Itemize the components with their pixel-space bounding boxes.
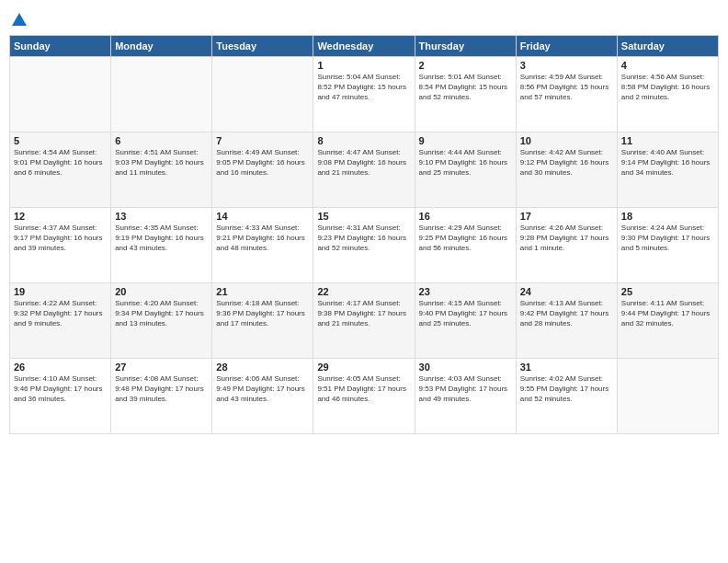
day-number: 28: [216, 362, 309, 373]
day-info: Sunrise: 5:01 AM Sunset: 8:54 PM Dayligh…: [419, 72, 512, 103]
day-cell: 27Sunrise: 4:08 AM Sunset: 9:48 PM Dayli…: [111, 358, 212, 433]
day-cell: 29Sunrise: 4:05 AM Sunset: 9:51 PM Dayli…: [313, 358, 415, 433]
day-number: 16: [419, 211, 512, 222]
day-number: 3: [520, 60, 613, 71]
day-info: Sunrise: 4:56 AM Sunset: 8:58 PM Dayligh…: [621, 72, 714, 103]
day-cell: 10Sunrise: 4:42 AM Sunset: 9:12 PM Dayli…: [516, 132, 617, 207]
col-tuesday: Tuesday: [212, 35, 313, 56]
day-cell: 14Sunrise: 4:33 AM Sunset: 9:21 PM Dayli…: [212, 207, 313, 282]
day-cell: 20Sunrise: 4:20 AM Sunset: 9:34 PM Dayli…: [111, 282, 212, 358]
day-info: Sunrise: 4:44 AM Sunset: 9:10 PM Dayligh…: [419, 147, 512, 178]
day-info: Sunrise: 4:29 AM Sunset: 9:25 PM Dayligh…: [419, 223, 512, 254]
day-info: Sunrise: 4:49 AM Sunset: 9:05 PM Dayligh…: [216, 147, 309, 178]
col-friday: Friday: [516, 35, 617, 56]
logo-general-text: [9, 9, 28, 29]
day-cell: 13Sunrise: 4:35 AM Sunset: 9:19 PM Dayli…: [111, 207, 212, 282]
day-number: 11: [621, 135, 714, 146]
day-cell: 1Sunrise: 5:04 AM Sunset: 8:52 PM Daylig…: [313, 56, 415, 132]
day-cell: [212, 56, 313, 132]
logo-icon: [10, 11, 28, 29]
day-cell: 22Sunrise: 4:17 AM Sunset: 9:38 PM Dayli…: [313, 282, 415, 358]
day-number: 21: [216, 286, 309, 297]
day-number: 20: [115, 286, 208, 297]
day-cell: 21Sunrise: 4:18 AM Sunset: 9:36 PM Dayli…: [212, 282, 313, 358]
day-info: Sunrise: 4:06 AM Sunset: 9:49 PM Dayligh…: [216, 373, 309, 405]
day-number: 27: [115, 362, 208, 373]
day-cell: 17Sunrise: 4:26 AM Sunset: 9:28 PM Dayli…: [516, 207, 617, 282]
day-cell: 12Sunrise: 4:37 AM Sunset: 9:17 PM Dayli…: [10, 207, 111, 282]
week-row-2: 5Sunrise: 4:54 AM Sunset: 9:01 PM Daylig…: [10, 132, 719, 207]
day-cell: 19Sunrise: 4:22 AM Sunset: 9:32 PM Dayli…: [10, 282, 111, 358]
day-number: 29: [317, 362, 410, 373]
day-cell: 24Sunrise: 4:13 AM Sunset: 9:42 PM Dayli…: [516, 282, 617, 358]
day-number: 30: [419, 362, 512, 373]
day-cell: [10, 56, 111, 132]
day-number: 8: [317, 135, 410, 146]
day-info: Sunrise: 4:26 AM Sunset: 9:28 PM Dayligh…: [520, 223, 613, 254]
day-info: Sunrise: 4:08 AM Sunset: 9:48 PM Dayligh…: [115, 373, 208, 405]
calendar-header-row: Sunday Monday Tuesday Wednesday Thursday…: [10, 35, 719, 56]
day-cell: 31Sunrise: 4:02 AM Sunset: 9:55 PM Dayli…: [516, 358, 617, 433]
day-info: Sunrise: 4:15 AM Sunset: 9:40 PM Dayligh…: [419, 298, 512, 329]
day-cell: 2Sunrise: 5:01 AM Sunset: 8:54 PM Daylig…: [415, 56, 516, 132]
week-row-3: 12Sunrise: 4:37 AM Sunset: 9:17 PM Dayli…: [10, 207, 719, 282]
day-number: 5: [14, 135, 107, 146]
day-number: 6: [115, 135, 208, 146]
week-row-4: 19Sunrise: 4:22 AM Sunset: 9:32 PM Dayli…: [10, 282, 719, 358]
day-cell: [111, 56, 212, 132]
day-number: 12: [14, 211, 107, 222]
day-cell: 28Sunrise: 4:06 AM Sunset: 9:49 PM Dayli…: [212, 358, 313, 433]
col-saturday: Saturday: [617, 35, 718, 56]
day-cell: 11Sunrise: 4:40 AM Sunset: 9:14 PM Dayli…: [617, 132, 718, 207]
day-info: Sunrise: 4:02 AM Sunset: 9:55 PM Dayligh…: [520, 373, 613, 405]
day-info: Sunrise: 4:40 AM Sunset: 9:14 PM Dayligh…: [621, 147, 714, 178]
day-number: 24: [520, 286, 613, 297]
day-cell: 7Sunrise: 4:49 AM Sunset: 9:05 PM Daylig…: [212, 132, 313, 207]
day-number: 15: [317, 211, 410, 222]
page: Sunday Monday Tuesday Wednesday Thursday…: [0, 0, 728, 563]
week-row-1: 1Sunrise: 5:04 AM Sunset: 8:52 PM Daylig…: [10, 56, 719, 132]
logo: [9, 9, 28, 28]
day-number: 14: [216, 211, 309, 222]
day-number: 2: [419, 60, 512, 71]
day-info: Sunrise: 4:35 AM Sunset: 9:19 PM Dayligh…: [115, 223, 208, 254]
day-number: 1: [317, 60, 410, 71]
day-info: Sunrise: 4:18 AM Sunset: 9:36 PM Dayligh…: [216, 298, 309, 329]
day-info: Sunrise: 4:17 AM Sunset: 9:38 PM Dayligh…: [317, 298, 410, 329]
header: [9, 9, 719, 28]
day-cell: 6Sunrise: 4:51 AM Sunset: 9:03 PM Daylig…: [111, 132, 212, 207]
day-number: 4: [621, 60, 714, 71]
day-info: Sunrise: 4:13 AM Sunset: 9:42 PM Dayligh…: [520, 298, 613, 329]
day-info: Sunrise: 4:33 AM Sunset: 9:21 PM Dayligh…: [216, 223, 309, 254]
day-number: 25: [621, 286, 714, 297]
day-cell: 16Sunrise: 4:29 AM Sunset: 9:25 PM Dayli…: [415, 207, 516, 282]
day-info: Sunrise: 4:37 AM Sunset: 9:17 PM Dayligh…: [14, 223, 107, 254]
svg-marker-0: [12, 13, 27, 26]
day-info: Sunrise: 4:20 AM Sunset: 9:34 PM Dayligh…: [115, 298, 208, 329]
day-info: Sunrise: 4:47 AM Sunset: 9:08 PM Dayligh…: [317, 147, 410, 178]
col-sunday: Sunday: [10, 35, 111, 56]
day-cell: 9Sunrise: 4:44 AM Sunset: 9:10 PM Daylig…: [415, 132, 516, 207]
day-cell: 23Sunrise: 4:15 AM Sunset: 9:40 PM Dayli…: [415, 282, 516, 358]
day-cell: 8Sunrise: 4:47 AM Sunset: 9:08 PM Daylig…: [313, 132, 415, 207]
day-info: Sunrise: 5:04 AM Sunset: 8:52 PM Dayligh…: [317, 72, 410, 103]
day-number: 13: [115, 211, 208, 222]
day-info: Sunrise: 4:51 AM Sunset: 9:03 PM Dayligh…: [115, 147, 208, 178]
day-cell: 26Sunrise: 4:10 AM Sunset: 9:46 PM Dayli…: [10, 358, 111, 433]
day-info: Sunrise: 4:42 AM Sunset: 9:12 PM Dayligh…: [520, 147, 613, 178]
col-monday: Monday: [111, 35, 212, 56]
day-number: 17: [520, 211, 613, 222]
day-info: Sunrise: 4:22 AM Sunset: 9:32 PM Dayligh…: [14, 298, 107, 329]
day-number: 22: [317, 286, 410, 297]
day-number: 23: [419, 286, 512, 297]
day-cell: 4Sunrise: 4:56 AM Sunset: 8:58 PM Daylig…: [617, 56, 718, 132]
day-number: 9: [419, 135, 512, 146]
day-cell: 30Sunrise: 4:03 AM Sunset: 9:53 PM Dayli…: [415, 358, 516, 433]
day-cell: 3Sunrise: 4:59 AM Sunset: 8:56 PM Daylig…: [516, 56, 617, 132]
day-info: Sunrise: 4:03 AM Sunset: 9:53 PM Dayligh…: [419, 373, 512, 405]
day-number: 19: [14, 286, 107, 297]
week-row-5: 26Sunrise: 4:10 AM Sunset: 9:46 PM Dayli…: [10, 358, 719, 433]
col-wednesday: Wednesday: [313, 35, 415, 56]
col-thursday: Thursday: [415, 35, 516, 56]
day-cell: 15Sunrise: 4:31 AM Sunset: 9:23 PM Dayli…: [313, 207, 415, 282]
